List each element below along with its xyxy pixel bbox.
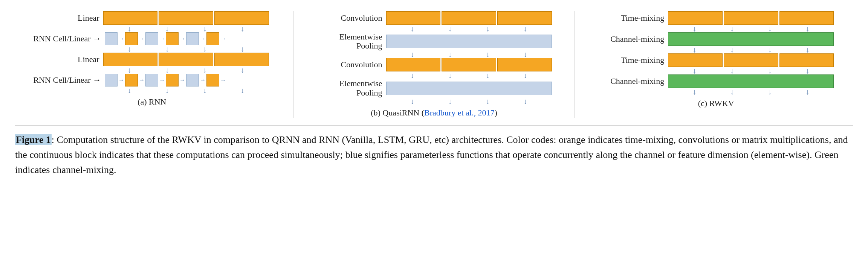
panel-rnn: Linear ↓ ↓ ↓ ↓ xyxy=(15,11,289,107)
qrnn-arrow-2a: ↓ xyxy=(411,50,414,58)
rnn-linear-bar-2 xyxy=(103,53,269,66)
rwkv-seg-1c xyxy=(779,11,834,25)
qrnn-arrow-2d: ↓ xyxy=(524,50,527,58)
rwkv-down-arrows-4: ↓ ↓ ↓ ↓ xyxy=(668,88,834,96)
qrnn-label-conv-2: Convolution xyxy=(316,60,386,70)
rwkv-arrow-1d: ↓ xyxy=(805,25,809,32)
rwkv-seg-3a xyxy=(668,53,723,67)
rnn-arrow-r2-2: → xyxy=(139,77,145,83)
qrnn-seg-1b xyxy=(442,11,496,25)
rnn-arrows-1: ↓ ↓ ↓ ↓ xyxy=(34,25,269,32)
panel-a-label: (a) RNN xyxy=(138,97,166,107)
rnn-cell-blue-5 xyxy=(145,74,158,86)
rwkv-down-arrows-1: ↓ ↓ ↓ ↓ xyxy=(668,25,834,32)
qrnn-arrow-2c: ↓ xyxy=(486,50,490,58)
rwkv-arrow-3a: ↓ xyxy=(692,67,696,74)
caption-text: : Computation structure of the RWKV in c… xyxy=(15,134,848,176)
rwkv-channel-bar-2 xyxy=(668,74,834,88)
rwkv-arrow-3c: ↓ xyxy=(768,67,772,74)
rnn-seg-1c xyxy=(214,11,269,25)
qrnn-arrow-1a: ↓ xyxy=(411,25,414,32)
rwkv-label-time-1: Time-mixing xyxy=(598,13,668,23)
arrow-down-4a: ↓ xyxy=(128,86,131,94)
qrnn-arrow-1c: ↓ xyxy=(486,25,490,32)
qrnn-down-arrows-3: ↓ ↓ ↓ ↓ xyxy=(386,71,552,79)
rwkv-channel-bar-1 xyxy=(668,32,834,46)
rwkv-arrow-1a: ↓ xyxy=(692,25,696,32)
rwkv-label-channel-1: Channel-mixing xyxy=(598,34,668,44)
rnn-cell-orange-2 xyxy=(166,32,179,45)
panel-b-label-end: ) xyxy=(494,108,497,117)
qrnn-label-conv-1: Convolution xyxy=(316,13,386,23)
rwkv-arrow-1b: ↓ xyxy=(730,25,734,32)
qrnn-row-3: Convolution xyxy=(316,58,552,71)
rwkv-arrow-2b: ↓ xyxy=(730,46,734,53)
divider-ab xyxy=(293,11,293,118)
qrnn-conv-bar-1 xyxy=(386,11,552,25)
qrnn-arrow-3a: ↓ xyxy=(411,71,414,79)
panel-quasirnn: Convolution ↓ ↓ ↓ ↓ xyxy=(297,11,571,118)
rnn-seg-3a xyxy=(103,53,158,66)
qrnn-down-arrows-4: ↓ ↓ ↓ ↓ xyxy=(386,97,552,105)
qrnn-seg-1a xyxy=(386,11,441,25)
rnn-cell-orange-5 xyxy=(166,74,179,86)
qrnn-seg-1c xyxy=(497,11,552,25)
panel-c-label: (c) RWKV xyxy=(698,99,734,108)
arrow-down-1b: ↓ xyxy=(165,25,169,32)
qrnn-row-2: ElementwisePooling xyxy=(316,32,552,50)
rwkv-arrow-2d: ↓ xyxy=(805,46,809,53)
panel-b-cite[interactable]: Bradbury et al., 2017 xyxy=(424,108,494,117)
qrnn-conv-bar-2 xyxy=(386,58,552,71)
rnn-cell-blue-2 xyxy=(145,32,158,45)
qrnn-label-pool-1: ElementwisePooling xyxy=(316,32,386,50)
rnn-arrow-r-4: → xyxy=(179,35,185,42)
rwkv-arrows-4: ↓ ↓ ↓ ↓ xyxy=(598,88,834,96)
rnn-down-arrows-1: ↓ ↓ ↓ ↓ xyxy=(103,25,269,32)
rwkv-arrow-4c: ↓ xyxy=(768,88,772,96)
rwkv-seg-1a xyxy=(668,11,723,25)
rnn-arrow-r-3: → xyxy=(159,35,165,42)
arrow-down-4d: ↓ xyxy=(241,86,245,94)
rnn-label-linear-1: Linear xyxy=(34,13,103,23)
rnn-label-cell-1: RNN Cell/Linear → xyxy=(34,34,105,43)
arrow-down-3a: ↓ xyxy=(128,66,131,74)
qrnn-down-arrows-2: ↓ ↓ ↓ ↓ xyxy=(386,50,552,58)
qrnn-arrow-4a: ↓ xyxy=(411,97,414,105)
qrnn-pool-bar-1 xyxy=(386,35,552,48)
arrow-down-1d: ↓ xyxy=(241,25,245,32)
rnn-seg-1b xyxy=(159,11,213,25)
rnn-cell-blue-3 xyxy=(186,32,199,45)
rnn-arrow-r-1: → xyxy=(118,35,124,42)
rnn-arrow-r2-4: → xyxy=(179,77,185,83)
qrnn-seg-3c xyxy=(497,58,552,71)
rwkv-arrow-3b: ↓ xyxy=(730,67,734,74)
rwkv-arrow-4b: ↓ xyxy=(730,88,734,96)
rnn-arrows-3: ↓ ↓ ↓ ↓ xyxy=(34,66,269,74)
rnn-cell-orange-4 xyxy=(125,74,138,86)
figure-caption: Figure 1: Computation structure of the R… xyxy=(15,125,853,178)
rwkv-row-1: Time-mixing xyxy=(598,11,834,25)
rnn-seg-1a xyxy=(103,11,158,25)
rwkv-down-arrows-2: ↓ ↓ ↓ ↓ xyxy=(668,46,834,53)
rnn-cell-sequence-2: → → → → → → xyxy=(105,74,270,86)
arrow-down-3d: ↓ xyxy=(241,66,245,74)
panel-rwkv: Time-mixing ↓ ↓ ↓ ↓ xyxy=(579,11,853,108)
rwkv-time-bar-1 xyxy=(668,11,834,25)
rnn-arrows-4: ↓ ↓ ↓ ↓ xyxy=(34,86,269,94)
panel-b-label: (b) QuasiRNN (Bradbury et al., 2017) xyxy=(371,108,497,118)
rnn-cell-sequence-1: → → → → → → xyxy=(105,32,270,45)
rwkv-label-channel-2: Channel-mixing xyxy=(598,76,668,86)
arrow-down-1c: ↓ xyxy=(203,25,207,32)
qrnn-arrow-4d: ↓ xyxy=(524,97,527,105)
rwkv-arrows-1: ↓ ↓ ↓ ↓ xyxy=(598,25,834,32)
rwkv-time-bar-2 xyxy=(668,53,834,67)
rnn-cell-orange-1 xyxy=(125,32,138,45)
arrow-down-1a: ↓ xyxy=(128,25,131,32)
rwkv-seg-1b xyxy=(724,11,778,25)
qrnn-row-1: Convolution xyxy=(316,11,552,25)
rnn-cell-blue-6 xyxy=(186,74,199,86)
arrow-down-3b: ↓ xyxy=(165,66,169,74)
rwkv-row-2: Channel-mixing xyxy=(598,32,834,46)
panel-b-label-text: (b) QuasiRNN ( xyxy=(371,108,424,117)
arrow-down-2c: ↓ xyxy=(203,45,207,53)
